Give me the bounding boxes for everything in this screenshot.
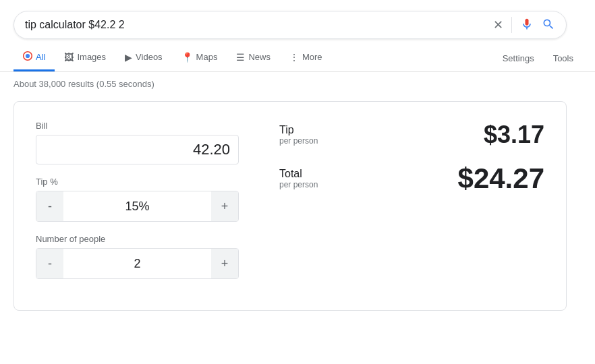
total-result-row: Total per person $24.27 <box>279 162 544 195</box>
tab-news[interactable]: ☰ News <box>227 45 280 71</box>
people-value: 2 <box>63 257 211 271</box>
results-count: About 38,000 results (0.55 seconds) <box>0 72 595 96</box>
people-label: Number of people <box>36 234 239 244</box>
total-result-value: $24.27 <box>458 162 544 195</box>
total-result-main-label: Total <box>279 168 318 180</box>
calculator-card: Bill Tip % - 15% + Number of people - 2 … <box>13 101 567 311</box>
tip-group: Tip % - 15% + <box>36 177 239 222</box>
tab-news-label: News <box>248 52 271 62</box>
tip-result-sub-label: per person <box>279 136 318 146</box>
bill-label: Bill <box>36 121 239 131</box>
tip-result-value: $3.17 <box>484 121 544 149</box>
tip-increment-button[interactable]: + <box>211 191 238 221</box>
tab-maps[interactable]: 📍 Maps <box>172 45 227 71</box>
all-icon <box>23 51 32 63</box>
people-increment-button[interactable]: + <box>211 249 238 278</box>
tab-all[interactable]: All <box>13 44 55 71</box>
search-icon[interactable] <box>542 18 555 33</box>
bill-input[interactable] <box>36 135 239 164</box>
tab-more[interactable]: ⋮ More <box>280 45 332 71</box>
nav-tabs: All 🖼 Images ▶ Videos 📍 Maps ☰ News ⋮ Mo… <box>0 44 595 72</box>
people-group: Number of people - 2 + <box>36 234 239 279</box>
search-input[interactable] <box>25 19 493 31</box>
mic-icon[interactable] <box>520 18 534 33</box>
people-decrement-button[interactable]: - <box>36 249 63 278</box>
total-result-sub-label: per person <box>279 180 318 189</box>
videos-icon: ▶ <box>125 52 132 63</box>
nav-right: Settings Tools <box>494 48 582 69</box>
tab-images[interactable]: 🖼 Images <box>55 45 115 71</box>
tip-value: 15% <box>63 200 211 214</box>
tab-videos-label: Videos <box>136 52 163 62</box>
people-stepper: - 2 + <box>36 248 239 279</box>
tip-decrement-button[interactable]: - <box>36 191 63 221</box>
tab-more-label: More <box>302 52 322 62</box>
calc-results: Tip per person $3.17 Total per person $2… <box>279 121 544 195</box>
settings-link[interactable]: Settings <box>494 48 542 69</box>
search-icons: ✕ <box>493 17 555 33</box>
calc-inputs: Bill Tip % - 15% + Number of people - 2 … <box>36 121 239 291</box>
tab-maps-label: Maps <box>196 52 218 62</box>
svg-point-0 <box>26 54 30 58</box>
tab-videos[interactable]: ▶ Videos <box>115 45 172 71</box>
search-bar: ✕ <box>13 11 567 39</box>
tab-all-label: All <box>36 52 45 62</box>
clear-icon[interactable]: ✕ <box>493 18 503 32</box>
search-bar-container: ✕ <box>0 0 595 39</box>
news-icon: ☰ <box>236 52 245 63</box>
tip-stepper: - 15% + <box>36 191 239 222</box>
maps-icon: 📍 <box>181 52 193 63</box>
tab-images-label: Images <box>77 52 106 62</box>
icon-divider <box>511 17 512 33</box>
images-icon: 🖼 <box>64 52 74 63</box>
tip-result-main-label: Tip <box>279 124 318 136</box>
tools-link[interactable]: Tools <box>545 48 582 69</box>
tip-result-label: Tip per person <box>279 124 318 146</box>
nav-left: All 🖼 Images ▶ Videos 📍 Maps ☰ News ⋮ Mo… <box>13 44 494 71</box>
total-result-label: Total per person <box>279 168 318 189</box>
tip-result-row: Tip per person $3.17 <box>279 121 544 149</box>
tip-label: Tip % <box>36 177 239 187</box>
more-icon: ⋮ <box>289 52 299 63</box>
